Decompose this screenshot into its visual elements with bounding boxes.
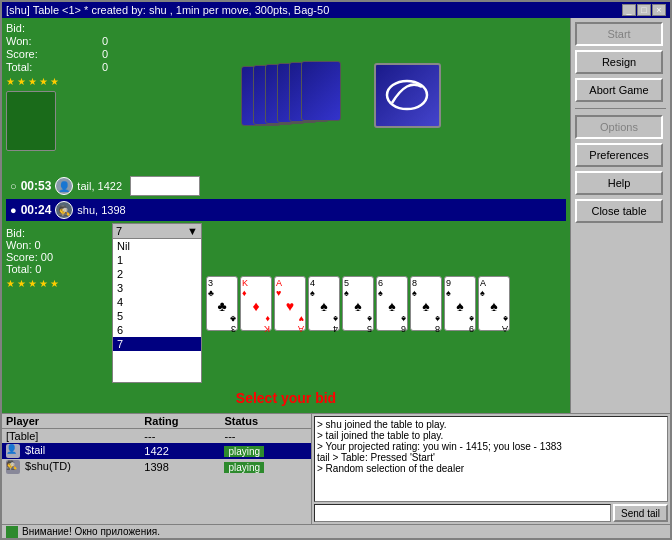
deck-container: [241, 58, 441, 133]
card-k-diamonds[interactable]: K♦ ♦ K♦: [240, 276, 272, 331]
won-value-bottom: 0: [35, 239, 41, 251]
player-time-tail: 00:53: [21, 179, 52, 193]
score-value: 0: [102, 48, 108, 60]
abort-game-button[interactable]: Abort Game: [575, 78, 663, 102]
top-section: Bid: Won: 0 Score: 0 Total: 0: [2, 18, 570, 173]
card-8-spades[interactable]: 8♠ ♠ 8♠: [410, 276, 442, 331]
card-4-spades[interactable]: 4♠ ♠ 4♠: [308, 276, 340, 331]
won-label-bottom: Won:: [6, 239, 31, 251]
bid-item-4[interactable]: 4: [113, 295, 201, 309]
player-name-tail: tail, 1422: [77, 180, 122, 192]
close-button[interactable]: ×: [652, 4, 666, 16]
card-suit-center: ♠: [388, 298, 395, 314]
card-rank-bottom: 8♠: [435, 314, 440, 334]
table-header-row: Player Rating Status: [2, 414, 311, 429]
maximize-button[interactable]: □: [637, 4, 651, 16]
right-separator: [575, 108, 666, 109]
won-row: Won: 0: [6, 35, 108, 47]
close-table-button[interactable]: Close table: [575, 199, 663, 223]
card-rank-bottom: A♥: [298, 314, 304, 334]
title-bar-buttons: _ □ ×: [622, 4, 666, 16]
player-row-tail: ○ 00:53 👤 tail, 1422 7 ▼: [6, 175, 566, 197]
cell-status: playing: [220, 443, 311, 459]
bid-item-5[interactable]: 5: [113, 309, 201, 323]
score-row: Score: 0: [6, 48, 108, 60]
card-rank-bottom: 3♣: [230, 314, 236, 334]
dropdown-arrow-tail: ▼: [189, 182, 197, 191]
card-a-hearts[interactable]: A♥ ♥ A♥: [274, 276, 306, 331]
star-b5: ★: [50, 278, 59, 289]
cell-rating: 1398: [140, 459, 220, 475]
bid-item-6[interactable]: 6: [113, 323, 201, 337]
card-rank-top: 8♠: [412, 278, 417, 298]
chat-input-row: Send tail: [314, 504, 668, 522]
col-rating: Rating: [140, 414, 220, 429]
logo-card: [374, 63, 441, 128]
player-avatar-shu: 🕵: [55, 201, 73, 219]
star-2: ★: [17, 76, 26, 87]
bid-label-bottom: Bid:: [6, 227, 25, 239]
start-button[interactable]: Start: [575, 22, 663, 46]
bid-dropdown-tail[interactable]: 7 ▼: [130, 176, 200, 196]
card-rank-top: K♦: [242, 278, 248, 298]
bid-row-bottom: Bid:: [6, 227, 108, 239]
minimize-button[interactable]: _: [622, 4, 636, 16]
bid-item-nil[interactable]: Nil: [113, 239, 201, 253]
table-row: [Table] --- ---: [2, 429, 311, 444]
bid-header-value: 7: [116, 225, 122, 237]
card-rank-bottom: 4♠: [333, 314, 338, 334]
bid-header: 7 ▼: [113, 224, 201, 239]
options-button[interactable]: Options: [575, 115, 663, 139]
player-row-shu: ● 00:24 🕵 shu, 1398: [6, 199, 566, 221]
select-bid-text: Select your bid: [236, 390, 336, 406]
total-label: Total:: [6, 61, 32, 73]
cell-player: [Table]: [2, 429, 140, 444]
bottom-panel: Player Rating Status [Table] --- ---: [2, 413, 670, 524]
cell-player: 👤 $tail: [2, 443, 140, 459]
deck-card-6: [301, 61, 341, 121]
avatar-tail: 👤: [6, 444, 20, 458]
card-rank-bottom: K♦: [264, 314, 270, 334]
card-rank-top: 9♠: [446, 278, 451, 298]
help-button[interactable]: Help: [575, 171, 663, 195]
star-5: ★: [50, 76, 59, 87]
star-b2: ★: [17, 278, 26, 289]
game-area: Bid: Won: 0 Score: 0 Total: 0: [2, 18, 570, 413]
cell-player: 🕵 $shu(TD): [2, 459, 140, 475]
player-timer-shu: ●: [10, 204, 17, 216]
card-rank-bottom: 6♠: [401, 314, 406, 334]
table-row[interactable]: 👤 $tail 1422 playing: [2, 443, 311, 459]
star-b1: ★: [6, 278, 15, 289]
bid-dropdown-arrow[interactable]: ▼: [187, 225, 198, 237]
chat-messages: > shu joined the table to play. > tail j…: [314, 416, 668, 502]
bid-item-3[interactable]: 3: [113, 281, 201, 295]
deck-area: [112, 18, 570, 173]
score-label-bottom: Score:: [6, 251, 38, 263]
table-row[interactable]: 🕵 $shu(TD) 1398 playing: [2, 459, 311, 475]
status-text: Внимание! Окно приложения.: [22, 526, 160, 537]
stars-row-bottom: ★ ★ ★ ★ ★: [6, 278, 108, 289]
card-suit-center: ♥: [286, 298, 294, 314]
bid-item-1[interactable]: 1: [113, 253, 201, 267]
preferences-button[interactable]: Preferences: [575, 143, 663, 167]
card-rank-top: 4♠: [310, 278, 315, 298]
card-suit-center: ♦: [252, 298, 259, 314]
resign-button[interactable]: Resign: [575, 50, 663, 74]
send-button[interactable]: Send tail: [613, 504, 668, 522]
bid-item-2[interactable]: 2: [113, 267, 201, 281]
card-5-spades[interactable]: 5♠ ♠ 5♠: [342, 276, 374, 331]
chat-input[interactable]: [314, 504, 611, 522]
card-9-spades[interactable]: 9♠ ♠ 9♠: [444, 276, 476, 331]
card-rank-top: 3♣: [208, 278, 214, 298]
card-6-spades[interactable]: 6♠ ♠ 6♠: [376, 276, 408, 331]
star-b3: ★: [28, 278, 37, 289]
card-3-clubs[interactable]: 3♣ ♣ 3♣: [206, 276, 238, 331]
score-row-bottom: Score: 00: [6, 251, 108, 263]
cell-rating: ---: [140, 429, 220, 444]
card-placeholder: [6, 91, 56, 151]
chat-message-3: > Your projected rating: you win - 1415;…: [317, 441, 665, 452]
card-a-spades[interactable]: A♠ ♠ A♠: [478, 276, 510, 331]
player-time-shu: 00:24: [21, 203, 52, 217]
bid-item-7[interactable]: 7: [113, 337, 201, 351]
star-b4: ★: [39, 278, 48, 289]
